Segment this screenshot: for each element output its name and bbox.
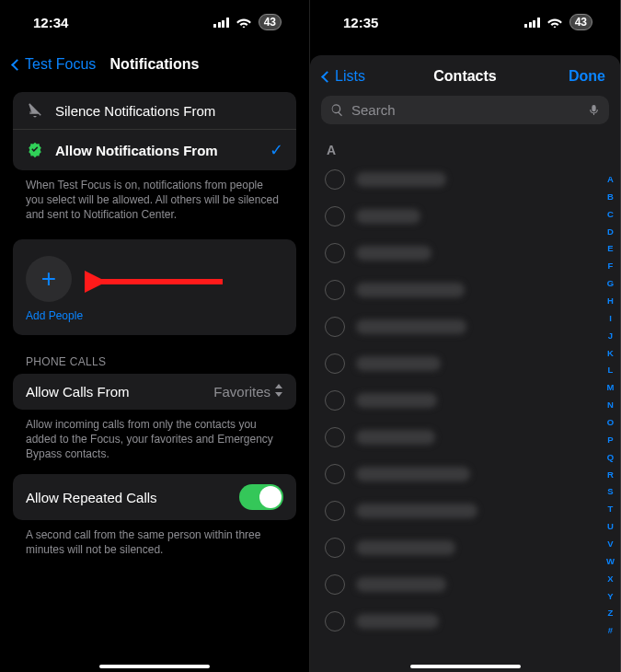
contact-name-redacted <box>356 467 470 481</box>
index-letter[interactable]: G <box>606 279 615 288</box>
index-letter[interactable]: V <box>606 539 615 549</box>
badge-check-icon <box>26 142 44 158</box>
repeated-calls-toggle[interactable] <box>239 484 283 510</box>
lists-back-button[interactable]: Lists <box>323 68 365 85</box>
index-letter[interactable]: P <box>606 435 615 445</box>
index-letter[interactable]: H <box>606 296 615 306</box>
sheet-title: Contacts <box>433 68 496 85</box>
radio-unchecked[interactable] <box>325 611 345 631</box>
nav-bar: Test Focus Notifications <box>0 44 309 85</box>
add-people-button[interactable]: + <box>26 256 72 302</box>
index-letter[interactable]: I <box>606 314 615 323</box>
silence-notifications-row[interactable]: Silence Notifications From <box>13 92 296 129</box>
contact-row[interactable] <box>314 566 594 603</box>
radio-unchecked[interactable] <box>325 280 345 300</box>
index-letter[interactable]: J <box>606 331 615 341</box>
contact-row[interactable] <box>314 235 594 272</box>
search-bar[interactable] <box>321 96 609 124</box>
contact-row[interactable] <box>314 198 594 235</box>
search-input[interactable] <box>351 102 581 118</box>
contact-row[interactable] <box>314 529 594 566</box>
checkmark-icon: ✓ <box>270 140 283 160</box>
index-letter[interactable]: K <box>606 349 615 358</box>
wifi-icon <box>236 17 251 28</box>
contact-name-redacted <box>356 356 441 371</box>
index-letter[interactable]: X <box>606 574 615 584</box>
chevron-left-icon <box>321 71 333 83</box>
index-letter[interactable]: O <box>606 418 615 427</box>
done-button[interactable]: Done <box>569 68 605 85</box>
contact-name-redacted <box>356 246 431 261</box>
annotation-arrow <box>85 269 223 295</box>
contact-list[interactable] <box>310 161 620 672</box>
sheet-header: Lists Contacts Done <box>310 55 620 92</box>
contact-name-redacted <box>356 577 446 592</box>
index-letter[interactable]: A <box>606 175 615 184</box>
index-letter[interactable]: Z <box>606 608 615 618</box>
allow-calls-description: Allow incoming calls from only the conta… <box>13 410 296 475</box>
home-indicator[interactable] <box>410 665 521 668</box>
radio-unchecked[interactable] <box>325 169 345 190</box>
index-letter[interactable]: S <box>606 487 615 496</box>
index-letter[interactable]: Q <box>606 453 615 462</box>
index-letter[interactable]: D <box>606 227 615 237</box>
home-indicator[interactable] <box>99 665 210 668</box>
radio-unchecked[interactable] <box>325 574 345 595</box>
index-letter[interactable]: N <box>606 400 615 410</box>
index-letter[interactable]: U <box>606 522 615 531</box>
alphabet-index[interactable]: ABCDEFGHIJKLMNOPQRSTUVWXYZ# <box>606 175 618 635</box>
battery-icon: 43 <box>569 14 592 30</box>
contact-name-redacted <box>356 430 435 445</box>
back-button[interactable]: Test Focus <box>13 56 96 73</box>
up-down-chevron-icon <box>274 384 283 399</box>
contact-name-redacted <box>356 209 420 224</box>
contact-name-redacted <box>356 393 437 408</box>
notification-mode-card: Silence Notifications From Allow Notific… <box>13 92 296 170</box>
contact-row[interactable] <box>314 272 594 308</box>
contact-name-redacted <box>356 614 439 629</box>
bell-slash-icon <box>26 102 44 119</box>
radio-unchecked[interactable] <box>325 353 345 374</box>
allow-calls-value: Favorites <box>213 384 270 400</box>
index-letter[interactable]: C <box>606 210 615 219</box>
right-screenshot: 12:35 43 Lists Contacts Done A ABCDEFGHI… <box>310 0 620 672</box>
repeated-calls-row: Allow Repeated Calls <box>13 474 296 520</box>
contact-row[interactable] <box>314 492 594 529</box>
contact-row[interactable] <box>314 382 594 419</box>
contact-name-redacted <box>356 319 466 334</box>
mic-icon[interactable] <box>588 102 600 118</box>
phone-calls-header: PHONE CALLS <box>13 335 296 374</box>
radio-unchecked[interactable] <box>325 206 345 226</box>
radio-unchecked[interactable] <box>325 538 345 558</box>
contact-name-redacted <box>356 540 455 555</box>
radio-unchecked[interactable] <box>325 243 345 263</box>
contact-row[interactable] <box>314 345 594 382</box>
radio-unchecked[interactable] <box>325 317 345 337</box>
index-letter[interactable]: # <box>606 626 615 635</box>
contact-row[interactable] <box>314 419 594 456</box>
index-letter[interactable]: B <box>606 192 615 202</box>
add-people-label: Add People <box>26 309 283 322</box>
index-letter[interactable]: E <box>606 244 615 253</box>
radio-unchecked[interactable] <box>325 501 345 521</box>
back-label: Test Focus <box>25 56 96 73</box>
contact-row[interactable] <box>314 308 594 345</box>
contact-row[interactable] <box>314 603 594 640</box>
contact-row[interactable] <box>314 161 594 198</box>
radio-unchecked[interactable] <box>325 390 345 411</box>
index-letter[interactable]: F <box>606 261 615 271</box>
contact-row[interactable] <box>314 456 594 492</box>
index-letter[interactable]: M <box>606 383 615 392</box>
wifi-icon <box>547 17 562 28</box>
index-letter[interactable]: T <box>606 504 615 514</box>
index-letter[interactable]: W <box>606 557 615 566</box>
allow-notifications-row[interactable]: Allow Notifications From ✓ <box>13 129 296 170</box>
chevron-left-icon <box>11 59 23 71</box>
allow-calls-row[interactable]: Allow Calls From Favorites <box>13 374 296 410</box>
page-title: Notifications <box>110 56 200 73</box>
index-letter[interactable]: Y <box>606 592 615 601</box>
radio-unchecked[interactable] <box>325 464 345 484</box>
radio-unchecked[interactable] <box>325 427 345 447</box>
index-letter[interactable]: L <box>606 365 615 375</box>
index-letter[interactable]: R <box>606 470 615 480</box>
